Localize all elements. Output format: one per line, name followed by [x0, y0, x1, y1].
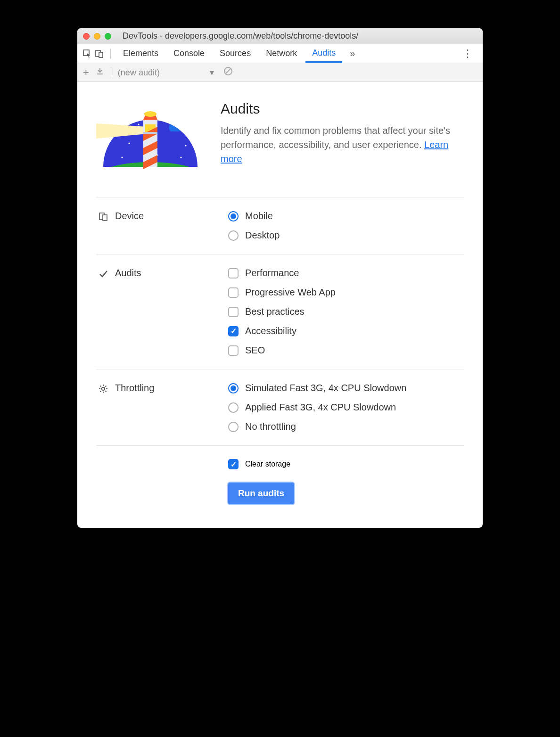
radio-no-throttling[interactable]: No throttling: [228, 421, 464, 432]
audits-label: Audits: [115, 268, 141, 278]
svg-line-28: [100, 386, 101, 387]
option-label: Desktop: [245, 230, 280, 241]
audits-toolbar: + (new audit): [77, 63, 483, 82]
download-icon[interactable]: [96, 67, 104, 78]
device-label: Device: [115, 211, 144, 221]
option-label: No throttling: [245, 421, 296, 432]
throttling-label: Throttling: [115, 383, 154, 393]
svg-point-18: [144, 111, 156, 117]
throttling-section: Throttling Simulated Fast 3G, 4x CPU Slo…: [96, 369, 464, 445]
checkbox-icon: [228, 326, 239, 336]
svg-line-30: [100, 391, 101, 392]
svg-rect-20: [143, 132, 157, 134]
svg-rect-2: [99, 52, 103, 57]
audits-panel: Audits Identify and fix common problems …: [77, 82, 483, 528]
tab-console[interactable]: Console: [167, 44, 211, 63]
intro-section: Audits Identify and fix common problems …: [96, 101, 464, 197]
svg-rect-22: [103, 215, 107, 221]
radio-icon: [228, 402, 239, 413]
panel-description: Identify and fix common problems that af…: [221, 123, 464, 166]
radio-icon: [228, 211, 239, 221]
device-section: Device Mobile Desktop: [96, 197, 464, 254]
option-label: Applied Fast 3G, 4x CPU Slowdown: [245, 402, 396, 413]
check-icon: [98, 269, 108, 279]
titlebar: DevTools - developers.google.com/web/too…: [77, 28, 483, 44]
svg-line-31: [105, 386, 106, 387]
separator: [110, 49, 111, 59]
separator: [111, 67, 111, 78]
more-tabs-icon[interactable]: »: [346, 48, 359, 59]
panel-heading: Audits: [221, 101, 464, 117]
gear-icon: [98, 384, 108, 394]
svg-point-16: [153, 169, 200, 181]
close-icon[interactable]: [83, 33, 90, 40]
svg-point-10: [121, 156, 123, 158]
tab-audits[interactable]: Audits: [305, 44, 342, 63]
tab-elements[interactable]: Elements: [116, 44, 165, 63]
svg-line-29: [105, 391, 106, 392]
radio-icon: [228, 422, 239, 432]
checkbox-icon: [228, 345, 239, 356]
svg-point-23: [102, 387, 105, 390]
svg-line-4: [226, 69, 231, 74]
option-label: Best practices: [245, 306, 305, 317]
option-label: Clear storage: [245, 460, 290, 468]
radio-icon: [228, 383, 239, 393]
option-label: SEO: [245, 345, 265, 356]
checkbox-pwa[interactable]: Progressive Web App: [228, 287, 464, 298]
option-label: Performance: [245, 268, 299, 278]
svg-point-11: [180, 156, 181, 158]
option-label: Accessibility: [245, 326, 296, 336]
checkbox-best-practices[interactable]: Best practices: [228, 306, 464, 317]
svg-point-9: [185, 145, 186, 146]
new-audit-icon[interactable]: +: [83, 66, 89, 79]
clear-icon[interactable]: [223, 66, 233, 78]
radio-mobile[interactable]: Mobile: [228, 211, 464, 221]
checkbox-icon: [228, 459, 239, 469]
settings-menu-icon[interactable]: ⋮: [458, 48, 478, 60]
device-toggle-icon[interactable]: [94, 49, 105, 59]
checkbox-icon: [228, 307, 239, 317]
audit-select-input[interactable]: (new audit): [118, 68, 217, 77]
run-audits-button[interactable]: Run audits: [228, 483, 294, 504]
device-icon: [98, 212, 108, 222]
checkbox-clear-storage[interactable]: Clear storage: [228, 459, 464, 469]
checkbox-accessibility[interactable]: Accessibility: [228, 326, 464, 336]
intro-text: Audits Identify and fix common problems …: [221, 101, 464, 166]
actions-section: Clear storage Run audits: [96, 446, 464, 504]
window-title: DevTools - developers.google.com/web/too…: [123, 31, 358, 41]
radio-desktop[interactable]: Desktop: [228, 230, 464, 241]
option-label: Progressive Web App: [245, 287, 336, 298]
checkbox-icon: [228, 287, 239, 298]
checkbox-seo[interactable]: SEO: [228, 345, 464, 356]
audit-select[interactable]: (new audit): [118, 68, 217, 77]
svg-point-7: [128, 142, 130, 144]
audits-section: Audits Performance Progressive Web App B…: [96, 254, 464, 369]
radio-simulated-3g[interactable]: Simulated Fast 3G, 4x CPU Slowdown: [228, 383, 464, 393]
window-controls: [83, 33, 111, 40]
svg-point-15: [103, 168, 146, 181]
panel-tabs: Elements Console Sources Network Audits …: [77, 44, 483, 63]
option-label: Mobile: [245, 211, 273, 221]
radio-applied-3g[interactable]: Applied Fast 3G, 4x CPU Slowdown: [228, 402, 464, 413]
lighthouse-illustration: [96, 101, 205, 181]
svg-point-12: [138, 123, 139, 125]
checkbox-icon: [228, 268, 239, 278]
inspect-element-icon[interactable]: [82, 49, 92, 59]
radio-icon: [228, 230, 239, 241]
devtools-window: DevTools - developers.google.com/web/too…: [77, 28, 483, 528]
tab-network[interactable]: Network: [259, 44, 304, 63]
checkbox-performance[interactable]: Performance: [228, 268, 464, 278]
maximize-icon[interactable]: [105, 33, 111, 40]
option-label: Simulated Fast 3G, 4x CPU Slowdown: [245, 383, 406, 393]
tab-sources[interactable]: Sources: [213, 44, 257, 63]
minimize-icon[interactable]: [94, 33, 100, 40]
